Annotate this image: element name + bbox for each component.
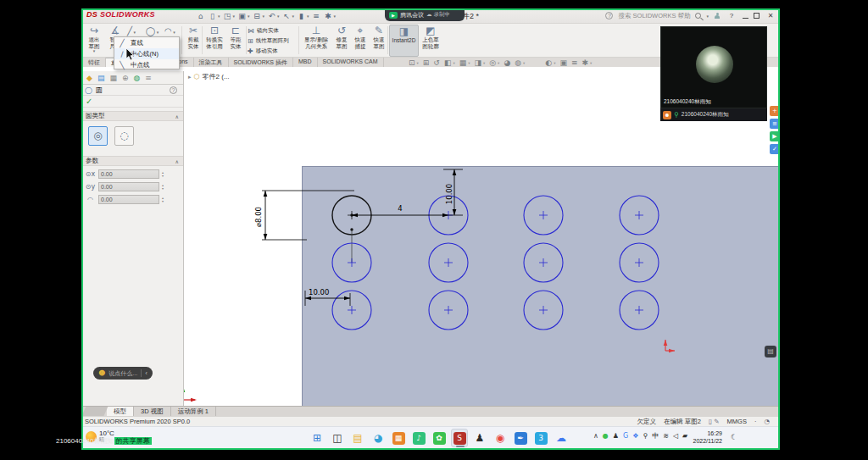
- instant2d-button[interactable]: ◨Instant2D: [389, 25, 419, 57]
- display-delete-relations-button[interactable]: ⊥显示/删除几何关系: [300, 25, 332, 57]
- displaymanager-tab-icon[interactable]: ◍: [134, 74, 141, 82]
- edit-appearance-icon[interactable]: ◕: [504, 58, 510, 67]
- view-scene-icon[interactable]: ◍: [515, 58, 521, 67]
- zoom-fit-icon[interactable]: ⊡: [409, 58, 415, 67]
- ok-button[interactable]: ✓: [86, 97, 92, 106]
- exit-sketch-button-caret[interactable]: ▾: [83, 49, 105, 53]
- print-icon-caret[interactable]: ▾: [263, 14, 265, 19]
- undo-icon[interactable]: ↶: [266, 12, 277, 20]
- search-input[interactable]: 搜索 SOLIDWORKS 帮助: [618, 12, 690, 20]
- display-style-icon-caret[interactable]: ▾: [483, 61, 485, 65]
- hide-show-items-icon-caret[interactable]: ▾: [498, 61, 499, 65]
- trim-entities-button[interactable]: ✂剪裁实体: [183, 25, 203, 57]
- commandmanager-tab-特征[interactable]: 特征: [83, 58, 106, 67]
- quick-tip-icon[interactable]: ◔: [764, 418, 770, 425]
- settings-icon-caret[interactable]: ▾: [590, 61, 592, 65]
- menu-item-line[interactable]: ╱直线: [114, 37, 179, 48]
- shaded-sketch-contours-button[interactable]: ◩上色草图轮廓: [420, 25, 442, 57]
- featuremanager-tab-icon[interactable]: ▤: [97, 74, 105, 82]
- search-caret-icon[interactable]: ▾: [706, 14, 709, 19]
- wifi-icon[interactable]: ≋: [663, 432, 669, 440]
- tray-expand-button[interactable]: ∧: [593, 432, 598, 440]
- dimxpert-tab-icon[interactable]: ⊕: [122, 74, 129, 82]
- minimize-button[interactable]: [743, 18, 748, 19]
- meeting-chat-icon[interactable]: ✓: [770, 144, 780, 154]
- chrome-button[interactable]: ◉: [492, 429, 509, 447]
- login-icon[interactable]: [714, 13, 721, 19]
- rapid-sketch-button[interactable]: ✎快速草图: [370, 25, 388, 57]
- visualization-icon-caret[interactable]: ▾: [554, 61, 555, 65]
- unit-caret[interactable]: ·: [754, 418, 757, 425]
- undo-icon-caret[interactable]: ▾: [277, 14, 280, 19]
- hide-show-items-icon[interactable]: ◎: [489, 58, 496, 67]
- open-file-icon-caret[interactable]: ▾: [233, 14, 236, 19]
- radius-field-spinner[interactable]: ▴▾: [162, 197, 164, 203]
- linear-sketch-pattern-button[interactable]: ⊞线性草图阵列: [248, 36, 300, 46]
- solidworks-button[interactable]: S: [451, 429, 468, 447]
- dimension-diameter[interactable]: ⌀8.00: [254, 207, 263, 227]
- view-scene-icon-caret[interactable]: ▾: [523, 61, 525, 65]
- section-view-icon[interactable]: ◧: [444, 58, 452, 67]
- help-badge-icon[interactable]: ?: [605, 12, 613, 19]
- chat-placeholder[interactable]: 说点什么...: [108, 369, 137, 378]
- app-teal-button[interactable]: 3: [532, 429, 549, 447]
- close-button[interactable]: ✕: [765, 12, 776, 19]
- file-explorer-button[interactable]: ▤: [349, 429, 366, 447]
- center-y-field[interactable]: 0.00: [98, 182, 159, 191]
- expand-arrow-icon[interactable]: ▸: [188, 74, 192, 80]
- center-x-field-spinner[interactable]: ▴▾: [162, 171, 164, 178]
- list-icon[interactable]: ≡: [571, 58, 578, 67]
- commandmanager-tab-SOLIDWORKS 插件[interactable]: SOLIDWORKS 插件: [229, 58, 293, 67]
- section-view-icon-caret[interactable]: ▾: [453, 61, 454, 65]
- panel-help-icon[interactable]: ?: [170, 86, 177, 94]
- commandmanager-tab-渲染工具[interactable]: 渲染工具: [194, 58, 229, 67]
- display-style-icon[interactable]: ◨: [474, 58, 481, 67]
- move-entities-button[interactable]: ✚移动实体: [248, 46, 300, 56]
- ime-indicator[interactable]: 中: [652, 431, 659, 441]
- mirror-entities-button[interactable]: ⋈镜向实体: [248, 25, 300, 36]
- unit-system[interactable]: MMGS: [727, 418, 747, 425]
- emoji-icon[interactable]: ☻: [98, 369, 105, 377]
- cloud-drive-button[interactable]: ☁: [553, 429, 570, 447]
- search-icon[interactable]: [695, 13, 701, 19]
- arc-tool-button-caret[interactable]: ▾: [172, 30, 175, 35]
- task-view-button[interactable]: ◫: [329, 429, 346, 447]
- meeting-toolbar-icon[interactable]: ▤: [765, 346, 776, 357]
- propertymanager-tab-icon[interactable]: ◆: [86, 74, 92, 82]
- home-icon[interactable]: ⌂: [195, 12, 206, 20]
- meeting-invite-icon[interactable]: +: [770, 106, 780, 116]
- settings-icon[interactable]: ✱: [582, 58, 589, 67]
- select-icon-caret[interactable]: ▾: [292, 14, 295, 19]
- app-orange-button[interactable]: ▦: [390, 429, 407, 447]
- part-face[interactable]: [302, 166, 780, 406]
- commandmanager-tab-MBD[interactable]: MBD: [293, 58, 318, 67]
- commandmanager-tab-SOLIDWORKS CAM[interactable]: SOLIDWORKS CAM: [318, 58, 384, 67]
- zoom-fit-icon-caret[interactable]: ▾: [417, 61, 419, 65]
- convert-entities-button[interactable]: ⊡转换实体引用: [203, 25, 225, 57]
- center-circle-button[interactable]: ◎: [88, 126, 108, 146]
- open-file-icon[interactable]: ◳: [222, 12, 233, 20]
- center-x-field[interactable]: 0.00: [98, 169, 159, 179]
- quick-snaps-button[interactable]: ⌖快速捕捉: [351, 25, 370, 57]
- tray-qq-icon[interactable]: ♟: [613, 432, 619, 440]
- perimeter-circle-button[interactable]: ◌: [114, 126, 134, 146]
- exit-sketch-button[interactable]: ↪退出草图▾: [83, 25, 105, 57]
- menu-item-midpoint-line[interactable]: ╲中点线: [114, 59, 179, 70]
- view-orientation-icon[interactable]: ▦: [459, 58, 467, 67]
- visualization-icon[interactable]: ◐: [545, 58, 552, 67]
- zoom-area-icon[interactable]: ⊞: [423, 58, 430, 67]
- meeting-members-icon[interactable]: ≡: [770, 119, 780, 129]
- select-icon[interactable]: ↖: [281, 12, 292, 20]
- tray-g-icon[interactable]: G: [623, 432, 628, 440]
- tray-blue-icon[interactable]: ❖: [632, 432, 638, 440]
- repair-sketch-button[interactable]: ↺修复草图: [332, 25, 351, 57]
- tray-green-icon[interactable]: ●: [603, 432, 609, 440]
- meeting-chat-pill[interactable]: ☻ 说点什么... ‹: [93, 367, 153, 380]
- feature-tree-flyout[interactable]: ▸ ⬡ 零件2 (...: [188, 72, 230, 81]
- qq-music-button[interactable]: ♪: [410, 429, 427, 447]
- configuration-tab-icon[interactable]: ▦: [109, 74, 117, 82]
- rebuild-icon-caret[interactable]: ▾: [307, 14, 309, 19]
- taskbar-clock[interactable]: 16:29 2022/11/22: [675, 430, 722, 445]
- new-file-icon[interactable]: ▯: [207, 12, 218, 20]
- mic-icon[interactable]: ⚲: [643, 432, 648, 440]
